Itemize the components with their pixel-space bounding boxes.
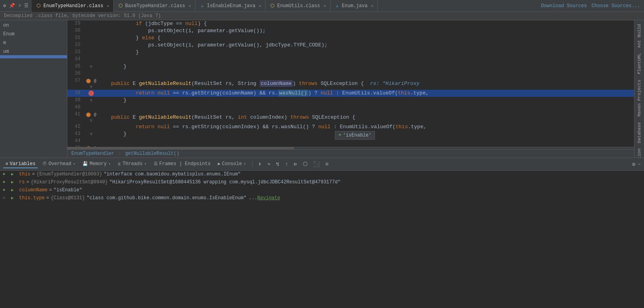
- debug-tab-overhead-label: Overhead: [48, 161, 71, 167]
- var-equals2: =: [26, 179, 29, 185]
- navigate-link[interactable]: Navigate: [257, 195, 280, 201]
- line-gutter: [85, 42, 97, 49]
- line-gutter: [85, 90, 97, 97]
- expand-icon3[interactable]: ▶: [3, 187, 6, 192]
- fold-icon[interactable]: ▽: [90, 64, 92, 69]
- java-file-icon2: ☕: [334, 3, 340, 9]
- tab-close-icon4[interactable]: ✕: [323, 4, 326, 8]
- var-row-icon3: ▶: [11, 187, 19, 192]
- var-type-thistype: {Class@6131}: [51, 195, 85, 201]
- line-number: 36: [67, 70, 85, 77]
- line-number: 42: [67, 123, 85, 131]
- debug-tab-memory-label: Memory: [90, 161, 107, 167]
- table-row: 41 ⬤ @ ▽ public E getNullableResult(Resu…: [67, 111, 634, 123]
- tab-enum[interactable]: ☕ Enum.java ✕: [331, 0, 378, 12]
- tab-bar-icons: ⚙ 📌 ⚡ ☰: [0, 2, 32, 10]
- tab-close-icon3[interactable]: ✕: [259, 4, 261, 8]
- step-out-icon[interactable]: ↑: [283, 160, 290, 168]
- right-tab-database[interactable]: Database: [636, 120, 643, 146]
- debug-tab-variables-label: Variables: [10, 161, 36, 167]
- choose-sources-link[interactable]: Choose Sources...: [592, 3, 640, 9]
- download-sources-link[interactable]: Download Sources: [541, 3, 587, 9]
- fold-icon5[interactable]: ▽: [90, 132, 92, 137]
- tab-label: EnumTypeHandler.class: [43, 3, 103, 9]
- table-row: 30 ps.setObject(i, parameter.getValue())…: [67, 27, 634, 35]
- tooltip-text: 'isEnable': [343, 133, 371, 138]
- step-into-icon[interactable]: ↯: [274, 160, 281, 168]
- var-row-indent3: ▶: [3, 187, 11, 192]
- var-equals3: =: [49, 187, 52, 193]
- settings-icon[interactable]: ⚙: [2, 2, 7, 10]
- frames-btn[interactable]: ⬛: [311, 160, 321, 168]
- java-file-icon: ☕: [199, 3, 205, 9]
- line-gutter: [85, 49, 97, 56]
- line-number: 40: [67, 104, 85, 111]
- tab-label5: Enum.java: [342, 3, 368, 9]
- sidebar-label-um: um: [0, 46, 67, 55]
- line-number: 32: [67, 42, 85, 49]
- debug-tab-console[interactable]: ▶ Console ▾: [215, 160, 248, 168]
- line-code: }: [97, 49, 634, 56]
- right-tab-plantuml[interactable]: PlantUML: [636, 51, 643, 77]
- line-code: return null == rs.getString(columnName) …: [97, 90, 634, 97]
- debug-tab-threads[interactable]: ⧖ Threads ▾: [115, 160, 149, 168]
- code-container[interactable]: 29 if (jdbcType == null) { 30 ps.setObje…: [67, 20, 634, 147]
- tab-close-icon5[interactable]: ✕: [371, 4, 373, 8]
- list-item: ▶ ▶ columnName = "isEnable": [0, 187, 644, 194]
- run-cursor-icon[interactable]: ⊳: [292, 160, 298, 168]
- pin-icon[interactable]: 📌: [8, 2, 16, 10]
- expand-icon[interactable]: ▶: [3, 171, 6, 176]
- tab-enumtypehandler[interactable]: ⬡ EnumTypeHandler.class ✕: [32, 0, 113, 12]
- left-sidebar: on Enum m um: [0, 20, 67, 158]
- tab-close-icon2[interactable]: ✕: [189, 4, 191, 8]
- editor-area: 29 if (jdbcType == null) { 30 ps.setObje…: [67, 20, 634, 158]
- line-gutter: ⬤ @ ▽: [85, 77, 97, 90]
- console-icon: ▶: [218, 161, 220, 166]
- restore-icon[interactable]: ⬇: [256, 160, 263, 168]
- expand-icon4[interactable]: ▷: [3, 195, 6, 200]
- fold-icon3[interactable]: ▽: [90, 98, 92, 103]
- info-text: Decompiled .class file, bytecode version…: [4, 13, 161, 19]
- info-bar: Decompiled .class file, bytecode version…: [0, 12, 644, 20]
- tab-close-icon[interactable]: ✕: [107, 4, 109, 8]
- at-icon2: @: [94, 113, 96, 117]
- tab-basetypehandler[interactable]: ⬡ BaseTypeHandler.class ✕: [114, 0, 195, 12]
- expand-icon2[interactable]: ▶: [3, 179, 6, 184]
- sidebar-item-active[interactable]: [0, 55, 67, 58]
- debug-tab-frames[interactable]: ☰ Frames | Endpoints: [151, 160, 213, 168]
- breadcrumb-class: EnumTypeHandler: [71, 151, 114, 156]
- table-row: 33 }: [67, 49, 634, 56]
- var-row-icon2: ▶: [11, 179, 19, 185]
- right-tab-bean[interactable]: Bean Validation: [636, 146, 643, 158]
- debug-tab-overhead[interactable]: ⏱ Overhead ▾: [40, 160, 78, 168]
- var-val-rs: "HikariProxyResultSet@1680445136 wrappin…: [109, 179, 340, 185]
- step-over-icon[interactable]: ↷: [266, 160, 272, 168]
- collapse-panel-icon[interactable]: –: [638, 161, 641, 167]
- tab-isenableenum[interactable]: ☕ IsEnableEnum.java ✕: [195, 0, 266, 12]
- table-row: 37 ⬤ @ ▽ public E getNullableResult(Resu…: [67, 77, 634, 90]
- line-number: 29: [67, 20, 85, 27]
- code-table: 29 if (jdbcType == null) { 30 ps.setObje…: [67, 20, 634, 147]
- gear2-icon[interactable]: ⚡: [17, 2, 22, 10]
- line-gutter: ▽: [85, 63, 97, 70]
- line-code: [97, 70, 634, 77]
- debug-tab-memory[interactable]: 💾 Memory ▾: [80, 160, 113, 168]
- bookmark-icon: ⬤: [86, 79, 91, 83]
- toggle-icon[interactable]: ≡: [324, 160, 330, 168]
- line-code: } else {: [97, 35, 634, 42]
- tab-label2: BaseTypeHandler.class: [125, 3, 185, 9]
- eval-icon[interactable]: ⎔: [301, 160, 309, 168]
- sidebar-label-on: on: [0, 20, 67, 29]
- menu-icon[interactable]: ☰: [23, 2, 29, 10]
- table-row: 35 ▽ }: [67, 63, 634, 70]
- fold-icon4[interactable]: ▽: [90, 118, 92, 123]
- table-row: 38 return null == rs.getString(columnNam…: [67, 90, 634, 97]
- tab-enumutils[interactable]: ⬡ EnumUtils.class ✕: [266, 0, 330, 12]
- right-tab-ant[interactable]: Ant Build: [636, 22, 643, 50]
- right-tab-maven[interactable]: Maven Projects: [636, 77, 643, 119]
- line-number: 38: [67, 90, 85, 97]
- fold-icon2[interactable]: ▽: [90, 85, 92, 89]
- settings-gear-icon[interactable]: ⚙: [632, 161, 635, 167]
- table-row: 36: [67, 70, 634, 77]
- debug-tab-variables[interactable]: ≡ Variables: [3, 160, 38, 168]
